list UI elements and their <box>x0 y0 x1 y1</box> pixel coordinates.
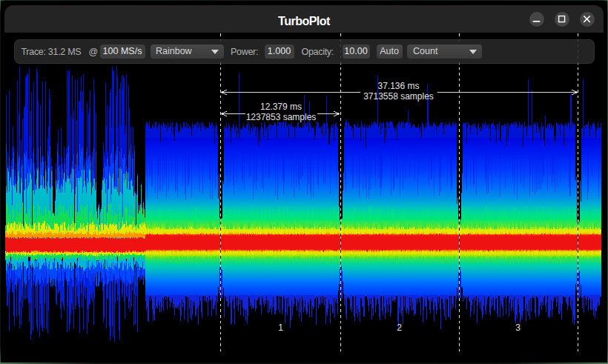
svg-text:1237853 samples: 1237853 samples <box>246 112 317 122</box>
svg-text:3713558 samples: 3713558 samples <box>363 91 434 102</box>
svg-text:3: 3 <box>515 322 521 333</box>
svg-text:37.136 ms: 37.136 ms <box>377 81 419 91</box>
svg-text:1: 1 <box>278 322 283 333</box>
svg-text:12.379 ms: 12.379 ms <box>260 102 302 112</box>
svg-text:2: 2 <box>397 322 402 333</box>
